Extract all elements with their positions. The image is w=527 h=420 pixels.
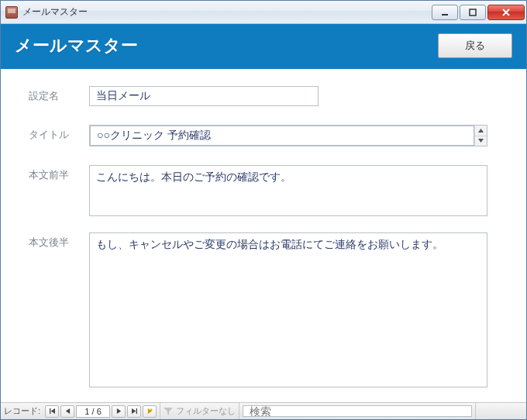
row-body-second: 本文後半 <box>29 232 498 390</box>
nav-new-button[interactable] <box>143 405 157 418</box>
filter-icon <box>164 407 173 416</box>
record-label: レコード: <box>4 405 43 417</box>
title-spinner <box>474 126 487 146</box>
svg-marker-4 <box>478 129 484 133</box>
row-setting-name: 設定名 <box>29 86 498 106</box>
spinner-up-button[interactable] <box>475 126 487 136</box>
svg-rect-7 <box>50 408 50 414</box>
form-body: 設定名 タイトル 本文前半 <box>1 69 526 402</box>
nav-next-button[interactable] <box>112 405 126 418</box>
search-segment <box>239 403 476 419</box>
body-first-textarea[interactable] <box>89 165 487 216</box>
svg-rect-1 <box>470 9 476 15</box>
spinner-down-button[interactable] <box>475 136 487 146</box>
title-input[interactable] <box>90 126 474 146</box>
svg-marker-8 <box>65 408 69 414</box>
svg-rect-11 <box>136 408 136 414</box>
row-title: タイトル <box>29 125 498 146</box>
search-input[interactable] <box>243 405 472 417</box>
setting-name-input[interactable] <box>89 86 319 106</box>
app-icon <box>5 6 18 19</box>
svg-point-13 <box>150 409 152 411</box>
record-position[interactable]: 1 / 6 <box>76 405 110 418</box>
nav-first-button[interactable] <box>45 405 59 418</box>
svg-marker-6 <box>50 408 54 414</box>
svg-marker-5 <box>478 139 484 143</box>
page-title: メールマスター <box>15 34 438 57</box>
body-first-label: 本文前半 <box>29 165 89 182</box>
body-second-label: 本文後半 <box>29 232 89 250</box>
nav-prev-button[interactable] <box>60 405 74 418</box>
titlebar: メールマスター <box>1 1 526 24</box>
window-title: メールマスター <box>22 5 432 19</box>
svg-marker-14 <box>164 408 173 415</box>
window-controls <box>432 5 525 20</box>
statusbar: レコード: 1 / 6 フィルターなし <box>1 402 526 419</box>
app-window: メールマスター メールマスター 戻る 設定名 タイトル <box>0 0 527 420</box>
svg-marker-10 <box>132 408 136 414</box>
svg-marker-9 <box>116 408 120 414</box>
maximize-button[interactable] <box>460 5 486 20</box>
filter-text: フィルターなし <box>176 405 236 417</box>
body-second-textarea[interactable] <box>89 232 487 387</box>
row-body-first: 本文前半 <box>29 165 498 219</box>
page-banner: メールマスター 戻る <box>1 24 526 69</box>
title-input-wrap <box>89 125 487 146</box>
title-label: タイトル <box>29 125 89 142</box>
back-button[interactable]: 戻る <box>438 33 512 58</box>
record-nav: レコード: 1 / 6 <box>1 403 160 419</box>
filter-segment[interactable]: フィルターなし <box>160 403 239 419</box>
minimize-button[interactable] <box>432 5 458 20</box>
setting-name-label: 設定名 <box>29 86 89 103</box>
nav-last-button[interactable] <box>127 405 141 418</box>
close-button[interactable] <box>487 5 525 20</box>
